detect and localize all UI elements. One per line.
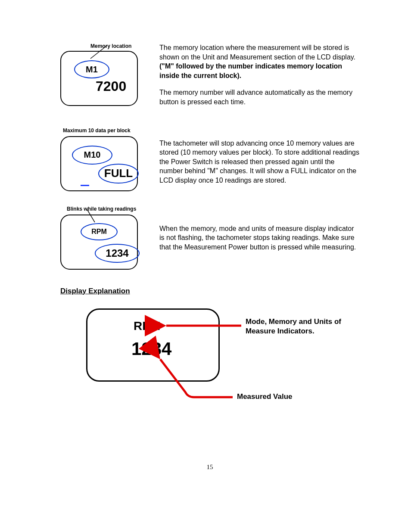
value-7200: 7200	[96, 78, 126, 94]
lcd-display-3: RPM 1234	[60, 215, 138, 270]
p1-text-a: The memory location where the measuremen…	[159, 44, 355, 61]
display-explanation-figure: RPM 1234 Mode, Memory and Units of Measu…	[86, 308, 371, 416]
figure1-caption: Memory location	[90, 43, 155, 49]
p1-text-c: The memory number will advance automatic…	[159, 88, 359, 106]
p1-text-b: ("M" followed by the number indicates me…	[159, 62, 342, 79]
figure-rpm: Blinks while taking readings RPM 1234	[60, 206, 155, 270]
m10-indicator: M10	[72, 146, 112, 165]
big-rpm-text: RPM	[134, 319, 160, 333]
figure-full: Maximum 10 data per block M10 FULL	[60, 128, 155, 191]
figure3-caption: Blinks while taking readings	[67, 206, 155, 212]
label-mode-memory-units: Mode, Memory and Units of Measure Indica…	[246, 317, 358, 336]
display-explanation-heading: Display Explanation	[60, 287, 359, 296]
paragraph-1: The memory location where the measuremen…	[155, 43, 359, 115]
lcd-display-2: M10 FULL	[60, 136, 138, 191]
full-indicator: FULL	[98, 164, 139, 184]
label-measured-value: Measured Value	[237, 392, 293, 401]
lcd-display-1: M1 7200	[60, 51, 138, 106]
figure-memory-location: Memory location M1 7200	[60, 43, 155, 106]
figure2-caption: Maximum 10 data per block	[63, 128, 155, 134]
paragraph-2: The tachometer will stop advancing once …	[155, 128, 359, 193]
page-number: 15	[60, 464, 359, 471]
big-value-text: 1234	[131, 339, 171, 359]
rpm-indicator: RPM	[81, 223, 118, 240]
m1-indicator: M1	[74, 60, 109, 78]
value-1234: 1234	[95, 244, 140, 263]
blue-tick-icon	[81, 185, 89, 186]
p2-text: The tachometer will stop advancing once …	[159, 139, 359, 185]
p3-text: When the memory, mode and units of measu…	[159, 224, 359, 252]
paragraph-3: When the memory, mode and units of measu…	[155, 206, 359, 260]
